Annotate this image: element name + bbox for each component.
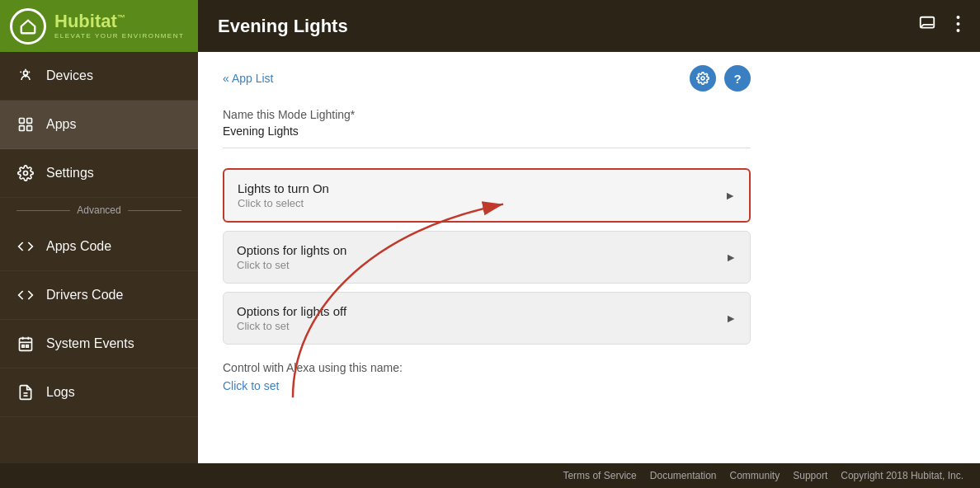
svg-point-3 (957, 29, 960, 32)
chat-icon[interactable] (915, 12, 940, 40)
apps-code-icon (16, 237, 35, 256)
svg-rect-5 (20, 119, 25, 124)
settings-label: Settings (46, 166, 94, 181)
svg-rect-14 (22, 345, 24, 348)
lights-on-text: Lights to turn On Click to select (238, 181, 329, 209)
svg-point-2 (957, 22, 960, 26)
content-area: « App List ? Name this Mode Lighting* (198, 52, 980, 463)
drivers-code-label: Drivers Code (46, 288, 123, 303)
back-link-row: « App List ? (223, 65, 751, 92)
sidebar-item-apps-code[interactable]: Apps Code (0, 223, 198, 271)
options-off-row[interactable]: Options for lights off Click to set ► (223, 292, 751, 345)
alexa-section: Control with Alexa using this name: Clic… (223, 361, 751, 392)
system-events-label: System Events (46, 336, 134, 351)
options-off-title: Options for lights off (237, 304, 346, 318)
options-off-text: Options for lights off Click to set (237, 304, 346, 332)
logo-text: Hubitat™ Elevate Your Environment (54, 12, 184, 40)
alexa-label: Control with Alexa using this name: (223, 361, 751, 374)
apps-code-label: Apps Code (46, 239, 111, 254)
options-on-title: Options for lights on (237, 243, 346, 257)
help-button[interactable]: ? (724, 65, 751, 92)
gear-button[interactable] (690, 65, 716, 92)
svg-rect-8 (27, 126, 32, 131)
svg-rect-7 (20, 126, 25, 131)
footer: Terms of Service Documentation Community… (0, 463, 980, 488)
footer-documentation[interactable]: Documentation (650, 470, 717, 481)
back-link[interactable]: « App List (223, 72, 274, 85)
sidebar-item-settings[interactable]: Settings (0, 149, 198, 198)
system-events-icon (16, 335, 35, 353)
svg-rect-6 (27, 119, 32, 124)
content-inner: « App List ? Name this Mode Lighting* (198, 52, 775, 409)
lights-on-title: Lights to turn On (238, 181, 329, 195)
options-on-arrow: ► (725, 251, 737, 264)
sidebar-item-system-events[interactable]: System Events (0, 320, 198, 368)
main-layout: Devices Apps Settings (0, 52, 980, 463)
svg-point-4 (24, 71, 28, 75)
alexa-value[interactable]: Click to set (223, 379, 751, 392)
logo-subtitle: Elevate Your Environment (54, 32, 184, 40)
sidebar-item-drivers-code[interactable]: Drivers Code (0, 271, 198, 320)
footer-support[interactable]: Support (793, 470, 827, 481)
options-on-text: Options for lights on Click to set (237, 243, 346, 271)
svg-point-9 (24, 171, 28, 176)
sidebar-item-logs[interactable]: Logs (0, 368, 198, 417)
options-on-subtitle: Click to set (237, 259, 346, 271)
apps-icon (16, 115, 35, 134)
options-off-subtitle: Click to set (237, 320, 346, 332)
devices-icon (16, 67, 35, 85)
footer-copyright: Copyright 2018 Hubitat, Inc. (841, 470, 964, 481)
svg-point-1 (957, 16, 960, 19)
logo-area: Hubitat™ Elevate Your Environment (0, 0, 198, 52)
logs-label: Logs (46, 385, 75, 400)
page-title: Evening Lights (198, 16, 915, 37)
logo-title: Hubitat™ (54, 12, 184, 30)
logs-icon (16, 383, 35, 401)
svg-point-19 (701, 77, 704, 80)
drivers-code-icon (16, 286, 35, 304)
lights-on-option[interactable]: Lights to turn On Click to select ► (223, 168, 751, 223)
sidebar: Devices Apps Settings (0, 52, 198, 463)
options-on-row[interactable]: Options for lights on Click to set ► (223, 231, 751, 284)
field-label: Name this Mode Lighting* (223, 108, 751, 121)
header-icons (915, 12, 980, 40)
lights-on-arrow: ► (724, 189, 736, 202)
svg-rect-15 (26, 345, 29, 348)
action-icons: ? (690, 65, 751, 92)
content-wrapper: « App List ? Name this Mode Lighting* (198, 52, 980, 463)
sidebar-item-apps[interactable]: Apps (0, 101, 198, 149)
apps-label: Apps (46, 117, 76, 132)
settings-icon (16, 164, 35, 182)
options-off-arrow: ► (725, 312, 737, 325)
more-options-icon[interactable] (953, 12, 964, 40)
advanced-divider: Advanced (0, 198, 198, 223)
name-field-group: Name this Mode Lighting* Evening Lights (223, 108, 751, 148)
footer-community[interactable]: Community (730, 470, 780, 481)
devices-label: Devices (46, 68, 93, 83)
field-value: Evening Lights (223, 124, 751, 138)
sidebar-item-devices[interactable]: Devices (0, 52, 198, 101)
logo-icon (10, 8, 46, 45)
footer-terms[interactable]: Terms of Service (563, 470, 636, 481)
top-header: Hubitat™ Elevate Your Environment Evenin… (0, 0, 980, 52)
lights-on-subtitle: Click to select (238, 197, 329, 209)
